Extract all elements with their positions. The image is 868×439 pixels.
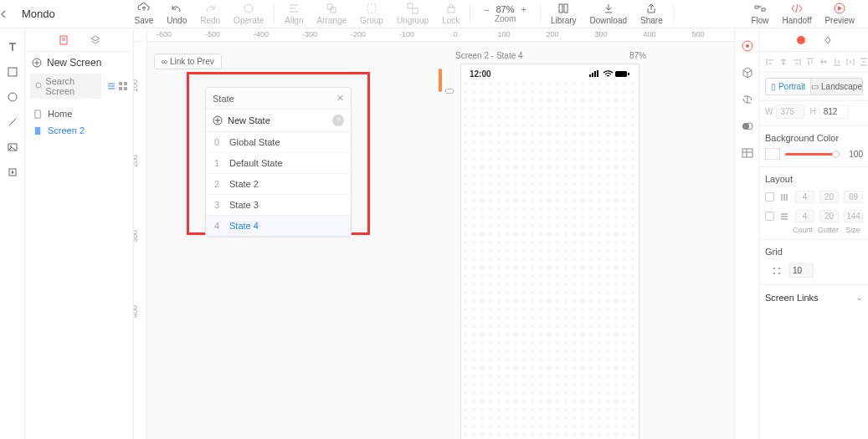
zoom-control[interactable]: – 87% + xyxy=(484,4,526,14)
svg-point-32 xyxy=(746,44,749,48)
preview-button[interactable]: Preview xyxy=(818,0,861,28)
circle-tool[interactable] xyxy=(6,90,19,104)
rows-checkbox[interactable] xyxy=(765,212,774,221)
state-item[interactable]: 1Default State xyxy=(206,153,351,174)
state-item[interactable]: 2State 2 xyxy=(206,174,351,195)
state-item[interactable]: 3State 3 xyxy=(206,195,351,216)
guide-handle[interactable] xyxy=(445,89,454,94)
row-size[interactable]: 144 xyxy=(844,210,863,222)
arrange-button[interactable]: Arrange xyxy=(311,0,354,28)
lock-button[interactable]: Lock xyxy=(435,0,466,28)
text-tool[interactable] xyxy=(6,40,19,54)
align-right-icon[interactable] xyxy=(792,57,802,67)
redo-icon xyxy=(203,2,217,15)
signal-icon xyxy=(589,70,601,78)
arrange-icon xyxy=(325,2,338,15)
redo-button[interactable]: Redo xyxy=(193,0,227,28)
canvas[interactable]: -600-500-400-300-200-1000100200300400500… xyxy=(134,28,734,439)
design-tab[interactable] xyxy=(796,35,806,45)
state-item[interactable]: 0Global State xyxy=(206,132,351,153)
battery-icon xyxy=(615,70,630,78)
handoff-button[interactable]: Handoff xyxy=(776,0,819,28)
align-center-v-icon[interactable] xyxy=(819,57,829,67)
new-state-button[interactable]: New State ? xyxy=(206,109,351,132)
height-field[interactable]: H812 xyxy=(809,105,847,119)
search-input[interactable]: Search Screen xyxy=(30,74,101,99)
library-button[interactable]: Library xyxy=(544,0,583,28)
guide-marker[interactable] xyxy=(439,69,442,92)
download-icon xyxy=(602,2,615,15)
page-icon xyxy=(33,126,43,135)
cube-icon[interactable] xyxy=(740,65,755,80)
back-button[interactable] xyxy=(0,10,17,18)
columns-checkbox[interactable] xyxy=(765,192,774,202)
grid-section-title: Grid xyxy=(760,239,868,260)
image-tool[interactable] xyxy=(6,140,19,154)
component-tool[interactable] xyxy=(6,166,19,179)
download-button[interactable]: Download xyxy=(583,0,634,28)
row-gutter[interactable]: 20 xyxy=(819,210,839,222)
zoom-out-button[interactable]: – xyxy=(484,4,489,14)
portrait-button[interactable]: ▯ Portrait xyxy=(765,78,811,95)
bg-swatch[interactable] xyxy=(765,148,780,160)
mask-icon[interactable] xyxy=(740,119,755,134)
ruler-corner xyxy=(134,28,147,42)
distribute-v-icon[interactable] xyxy=(859,57,868,67)
operate-button[interactable]: Operate xyxy=(227,0,270,28)
svg-rect-35 xyxy=(742,149,752,157)
save-button[interactable]: Save xyxy=(128,0,161,28)
align-left-icon[interactable] xyxy=(765,57,775,67)
state-item[interactable]: 4State 4 xyxy=(206,216,351,236)
artboard[interactable]: 12:00 xyxy=(460,64,639,439)
col-size[interactable]: 69 xyxy=(844,191,863,203)
list-view-icon[interactable] xyxy=(106,81,116,91)
landscape-button[interactable]: ▭ Landscape xyxy=(811,78,863,95)
bg-opacity-slider[interactable] xyxy=(785,153,840,156)
align-center-h-icon[interactable] xyxy=(778,57,788,67)
tree-item-screen2[interactable]: Screen 2 xyxy=(25,122,133,139)
tree-item-home[interactable]: Home xyxy=(25,105,133,122)
zoom-in-button[interactable]: + xyxy=(521,4,526,14)
undo-button[interactable]: Undo xyxy=(160,0,193,28)
svg-rect-22 xyxy=(35,110,40,117)
close-icon[interactable]: ✕ xyxy=(336,93,344,104)
screen-links-row[interactable]: Screen Links ⌄ xyxy=(760,284,868,309)
svg-rect-30 xyxy=(628,73,629,75)
align-button[interactable]: Align xyxy=(278,0,310,28)
wifi-icon xyxy=(603,70,614,78)
col-count[interactable]: 4 xyxy=(795,191,814,203)
align-top-icon[interactable] xyxy=(805,57,815,67)
col-gutter[interactable]: 20 xyxy=(819,191,839,203)
rotate-icon[interactable] xyxy=(740,92,755,107)
grid-view-icon[interactable] xyxy=(118,81,128,91)
table-icon[interactable] xyxy=(740,145,755,161)
undo-icon xyxy=(170,2,183,15)
target-icon[interactable] xyxy=(740,38,755,54)
context-rail xyxy=(734,28,759,439)
help-icon[interactable]: ? xyxy=(332,115,344,126)
grid-size[interactable]: 10 xyxy=(788,263,814,278)
chevron-down-icon: ⌄ xyxy=(855,292,863,303)
flow-button[interactable]: Flow xyxy=(744,0,775,28)
interaction-tab[interactable] xyxy=(823,35,833,45)
row-count[interactable]: 4 xyxy=(795,210,814,222)
align-bottom-icon[interactable] xyxy=(832,57,842,67)
distribute-h-icon[interactable] xyxy=(845,57,855,67)
svg-rect-4 xyxy=(408,3,413,8)
zoom-value: 87% xyxy=(496,4,514,14)
share-button[interactable]: Share xyxy=(634,0,670,28)
svg-rect-29 xyxy=(615,71,627,77)
new-screen-button[interactable]: New Screen xyxy=(25,52,133,74)
layers-tab[interactable] xyxy=(90,34,101,46)
handoff-icon xyxy=(790,2,804,15)
ungroup-button[interactable]: Ungroup xyxy=(390,0,435,28)
right-panel: ▯ Portrait ▭ Landscape W375 H812 Backgro… xyxy=(759,28,868,439)
pages-tab[interactable] xyxy=(58,34,69,46)
rect-tool[interactable] xyxy=(6,65,19,79)
line-tool[interactable] xyxy=(6,115,19,129)
layout-section-title: Layout xyxy=(760,166,868,187)
svg-point-40 xyxy=(778,273,780,274)
artboard-label: Screen 2 - State 4 xyxy=(455,51,523,60)
group-button[interactable]: Group xyxy=(353,0,390,28)
link-to-prev-button[interactable]: ∞ Link to Prev xyxy=(154,54,222,69)
